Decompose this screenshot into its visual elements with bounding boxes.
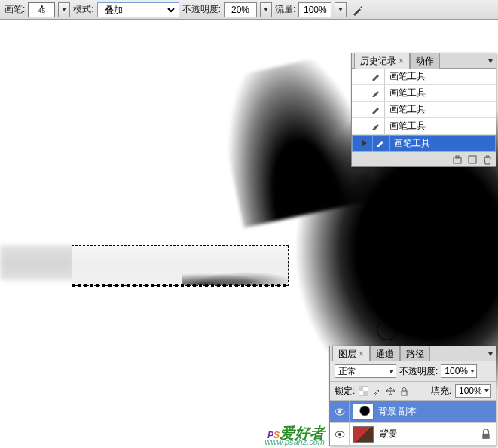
history-item-label: 画笔工具 <box>385 87 426 99</box>
layer-thumbnail[interactable] <box>353 426 374 443</box>
new-snapshot-icon[interactable] <box>452 154 463 165</box>
tab-paths[interactable]: 路径 <box>400 346 430 361</box>
layer-row[interactable]: 背景 副本 <box>330 401 496 423</box>
eye-icon <box>335 408 345 416</box>
brush-preset-picker[interactable]: 45 <box>28 2 55 17</box>
history-item-label: 画笔工具 <box>390 137 430 150</box>
visibility-toggle[interactable] <box>330 401 350 422</box>
tab-channels[interactable]: 通道 <box>370 346 400 361</box>
lock-all-icon[interactable] <box>399 386 409 396</box>
blend-mode-select[interactable]: 叠加 <box>97 2 179 17</box>
history-panel-footer <box>352 151 496 166</box>
flow-input[interactable] <box>298 2 331 17</box>
play-icon <box>362 140 367 146</box>
eye-icon <box>335 431 345 438</box>
layer-thumbnail[interactable] <box>353 404 374 420</box>
tab-actions[interactable]: 动作 <box>410 53 440 69</box>
lock-transparency-icon[interactable] <box>359 386 368 396</box>
fill-label: 填充: <box>431 385 451 398</box>
layers-blend-row: 正常 不透明度: 100% <box>330 361 496 382</box>
history-state-marker[interactable] <box>356 136 373 151</box>
svg-rect-11 <box>482 433 489 438</box>
layers-panel-tabs: 图层× 通道 路径 <box>330 346 496 361</box>
history-item-label: 画笔工具 <box>385 103 426 116</box>
history-item[interactable]: 画笔工具 <box>352 118 496 135</box>
canvas-smudge <box>0 245 75 280</box>
opacity-input[interactable] <box>224 2 257 17</box>
history-item[interactable]: 画笔工具 <box>352 102 496 118</box>
airbrush-icon[interactable] <box>350 2 366 17</box>
brush-tool-icon <box>373 136 390 151</box>
lock-paint-icon[interactable] <box>372 386 382 396</box>
close-icon[interactable]: × <box>359 349 364 359</box>
brush-size-value: 45 <box>38 8 45 14</box>
history-state-marker[interactable] <box>352 69 368 84</box>
layer-fill-input[interactable]: 100% <box>455 384 491 398</box>
layers-list: 背景 副本 背景 <box>330 401 496 446</box>
history-panel-tabs: 历史记录× 动作 <box>352 53 496 69</box>
layer-row[interactable]: 背景 <box>330 423 496 446</box>
layer-name[interactable]: 背景 <box>377 428 481 440</box>
layers-panel: 图层× 通道 路径 正常 不透明度: 100% 锁定: 填充: 100% 背景 … <box>329 346 496 446</box>
panel-menu-icon[interactable] <box>484 349 493 358</box>
history-item[interactable]: 画笔工具 <box>352 85 496 102</box>
history-state-marker[interactable] <box>352 102 368 117</box>
layer-blend-mode-select[interactable]: 正常 <box>335 364 396 378</box>
history-state-marker[interactable] <box>352 85 368 101</box>
brush-cursor-icon <box>377 319 398 340</box>
svg-point-8 <box>338 410 341 413</box>
flow-dropdown-button[interactable] <box>335 2 347 17</box>
history-panel: 历史记录× 动作 画笔工具 画笔工具 画笔工具 画笔工具 画笔工具 <box>351 53 496 167</box>
layers-lock-row: 锁定: 填充: 100% <box>330 382 496 401</box>
svg-rect-5 <box>363 391 368 396</box>
layer-opacity-label: 不透明度: <box>399 365 438 378</box>
blend-mode-dropdown[interactable]: 叠加 <box>102 3 177 17</box>
brush-tool-icon <box>368 69 385 84</box>
svg-rect-2 <box>469 156 476 163</box>
panel-menu-icon[interactable] <box>484 56 493 65</box>
lock-icon <box>481 429 491 440</box>
lock-position-icon[interactable] <box>386 386 396 396</box>
options-bar: 画笔: 45 模式: 叠加 不透明度: 流量: <box>0 0 498 20</box>
brush-dropdown-button[interactable] <box>58 2 70 17</box>
new-document-icon[interactable] <box>467 154 478 165</box>
opacity-dropdown-button[interactable] <box>260 2 272 17</box>
tab-history[interactable]: 历史记录× <box>354 53 410 69</box>
history-item[interactable]: 画笔工具 <box>352 69 496 85</box>
svg-rect-4 <box>359 386 363 391</box>
history-item[interactable]: 画笔工具 <box>352 135 496 151</box>
brush-label: 画笔: <box>5 3 25 16</box>
layer-name[interactable]: 背景 副本 <box>377 405 496 418</box>
brush-tool-icon <box>368 85 385 101</box>
brush-tool-icon <box>368 118 385 134</box>
brush-tool-icon <box>368 102 385 117</box>
history-item-label: 画笔工具 <box>385 120 426 133</box>
watermark-url: www.psahz.com <box>265 437 325 446</box>
history-state-marker[interactable] <box>352 118 368 134</box>
trash-icon[interactable] <box>482 154 493 165</box>
svg-rect-6 <box>402 391 407 395</box>
lock-label: 锁定: <box>335 385 355 398</box>
close-icon[interactable]: × <box>399 56 404 66</box>
flow-label: 流量: <box>275 3 295 16</box>
tab-layers[interactable]: 图层× <box>332 346 370 361</box>
history-list: 画笔工具 画笔工具 画笔工具 画笔工具 画笔工具 <box>352 69 496 151</box>
layer-opacity-input[interactable]: 100% <box>441 364 477 378</box>
svg-point-10 <box>338 433 341 436</box>
opacity-label: 不透明度: <box>182 3 221 16</box>
history-item-label: 画笔工具 <box>385 70 426 83</box>
selection-marquee[interactable] <box>72 245 289 286</box>
visibility-toggle[interactable] <box>330 423 350 445</box>
mode-label: 模式: <box>73 3 93 16</box>
